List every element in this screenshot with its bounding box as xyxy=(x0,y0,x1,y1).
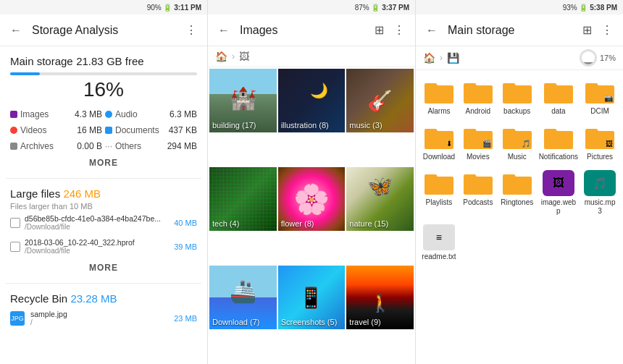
breadcrumb-bar: 🏠 › 🖼 xyxy=(208,46,415,67)
list-item[interactable]: Ringtones xyxy=(498,167,536,219)
list-item[interactable]: Podcasts xyxy=(459,167,497,219)
music-file-icon: 🎵 xyxy=(584,170,616,196)
list-item[interactable]: nature (15) xyxy=(346,167,414,231)
toolbar-3: ← Main storage ⊞ ⋮ xyxy=(416,14,623,46)
battery-2: 87% xyxy=(355,4,369,12)
breadcrumb-separator: › xyxy=(232,51,235,62)
list-item: Images 4.3 MB xyxy=(10,107,102,122)
storage-analysis-panel: 90% 🔋 3:11 PM ← Storage Analysis ⋮ Main … xyxy=(0,0,208,364)
videos-dot xyxy=(10,127,17,134)
list-item[interactable]: 📷 DCIM xyxy=(581,76,619,119)
more-options-icon-3[interactable]: ⋮ xyxy=(597,20,617,41)
toolbar-2: ← Images ⊞ ⋮ xyxy=(208,14,415,46)
home-nav-icon[interactable]: 🏠 xyxy=(423,52,435,64)
large-files-section: Large files 246 MB Files larger than 10 … xyxy=(0,179,207,283)
more-options-icon-1[interactable]: ⋮ xyxy=(181,20,201,41)
archives-dot xyxy=(10,143,17,150)
file-path-2: /Download/file xyxy=(25,247,170,255)
back-button-3[interactable]: ← xyxy=(422,20,442,41)
folder-icon xyxy=(423,79,455,105)
music-label: music (3) xyxy=(349,121,382,130)
more-options-icon-2[interactable]: ⋮ xyxy=(389,20,409,41)
folder-icon xyxy=(423,170,455,196)
home-icon[interactable]: 🏠 xyxy=(215,51,227,62)
list-item: d56be85b-cfdc-41e0-a384-e4ba247be... /Do… xyxy=(10,211,197,234)
back-button-2[interactable]: ← xyxy=(214,20,234,41)
list-item[interactable]: music (3) xyxy=(346,69,414,132)
usage-text: 17% xyxy=(600,54,616,62)
list-item[interactable]: Notifications xyxy=(538,122,580,164)
flower-label: flower (8) xyxy=(281,219,314,228)
list-item[interactable]: Android xyxy=(459,76,497,119)
list-item[interactable]: ⬇ Download xyxy=(420,122,458,164)
grid-view-icon-3[interactable]: ⊞ xyxy=(577,20,597,41)
large-files-header: Large files 246 MB xyxy=(10,187,197,200)
list-item[interactable]: Screenshots (5) xyxy=(278,266,346,329)
audio-label: Audio xyxy=(115,109,167,119)
list-item[interactable]: data xyxy=(538,76,580,119)
back-button-1[interactable]: ← xyxy=(6,20,26,41)
list-item[interactable]: 🎵 music.mp 3 xyxy=(581,167,619,219)
storage-nav-icon[interactable]: 💾 xyxy=(447,52,459,64)
list-item[interactable]: flower (8) xyxy=(278,167,346,231)
archives-label: Archives xyxy=(20,141,74,151)
download-label: Download (7) xyxy=(212,318,259,326)
list-item[interactable]: ≡ readme.txt xyxy=(420,221,458,264)
file-checkbox-2[interactable] xyxy=(10,242,20,252)
docs-value: 437 KB xyxy=(169,125,197,135)
storage-usage-indicator: 17% xyxy=(580,49,616,67)
screenshots-label: Screenshots (5) xyxy=(281,318,338,326)
images-folder-icon[interactable]: 🖼 xyxy=(239,51,249,62)
others-value: 294 MB xyxy=(167,141,197,151)
list-item[interactable]: Playlists xyxy=(420,167,458,219)
status-bar-3: 93% 🔋 5:38 PM xyxy=(416,0,623,14)
file-checkbox-1[interactable] xyxy=(10,218,20,228)
usage-bar-bg xyxy=(10,72,197,75)
recycle-file-name: sample.jpg xyxy=(30,310,168,318)
list-item[interactable]: 🎵 Music xyxy=(498,122,536,164)
list-item[interactable]: tech (4) xyxy=(209,167,277,231)
battery-3: 93% xyxy=(563,4,577,12)
status-bar-1: 90% 🔋 3:11 PM xyxy=(0,0,207,14)
folder-label: Music xyxy=(508,153,527,161)
image-file-icon: 🖼 xyxy=(543,170,574,196)
list-item[interactable]: 🖼 image.web p xyxy=(538,167,580,219)
recycle-bin-header: Recycle Bin 23.28 MB xyxy=(10,292,197,305)
main-storage-section: Main storage 21.83 GB free 16% Images 4.… xyxy=(0,46,207,178)
folder-icon xyxy=(543,79,574,105)
file-info-2: 2018-03-06_10-22-40_322.hprof /Download/… xyxy=(25,238,170,255)
large-files-subtitle: Files larger than 10 MB xyxy=(10,202,197,211)
folder-icon xyxy=(543,124,574,151)
list-item[interactable]: Alarms xyxy=(420,76,458,119)
list-item[interactable]: Download (7) xyxy=(209,266,277,329)
time-3: 5:38 PM xyxy=(590,4,617,12)
list-item[interactable]: illustration (8) xyxy=(278,69,346,132)
list-item[interactable]: 🎬 Movies xyxy=(459,122,497,164)
list-item[interactable]: 🖼 Pictures xyxy=(581,122,619,164)
folder-grid: Alarms Android backups data � xyxy=(416,70,623,364)
list-item[interactable]: backups xyxy=(498,76,536,119)
usage-fill xyxy=(582,62,595,64)
list-item[interactable]: building (17) xyxy=(209,69,277,132)
time-1: 3:11 PM xyxy=(174,4,201,12)
time-2: 3:37 PM xyxy=(382,4,409,12)
list-item[interactable]: travel (9) xyxy=(346,266,414,329)
folder-label: DCIM xyxy=(590,107,609,116)
folder-label: backups xyxy=(503,107,530,116)
folder-label: Alarms xyxy=(427,107,450,116)
main-storage-free: 21.83 GB free xyxy=(76,55,143,67)
travel-label: travel (9) xyxy=(349,318,380,326)
file-info-1: d56be85b-cfdc-41e0-a384-e4ba247be... /Do… xyxy=(25,214,170,231)
folder-label: Movies xyxy=(467,153,490,161)
audio-dot xyxy=(105,111,112,118)
list-item: Archives 0.00 B xyxy=(10,139,102,153)
nature-label: nature (15) xyxy=(349,219,388,228)
more-button-large-files[interactable]: MORE xyxy=(10,258,197,277)
images-panel: 87% 🔋 3:37 PM ← Images ⊞ ⋮ 🏠 › 🖼 buildin… xyxy=(208,0,416,364)
recycle-bin-section: Recycle Bin 23.28 MB JPG sample.jpg / 23… xyxy=(0,284,207,337)
file-size-2: 39 MB xyxy=(174,242,197,251)
more-button-storage[interactable]: MORE xyxy=(10,153,197,172)
storage-items-grid: Images 4.3 MB Audio 6.3 MB Videos 16 MB … xyxy=(10,107,197,153)
folder-label: Android xyxy=(466,107,490,116)
grid-view-icon[interactable]: ⊞ xyxy=(369,20,389,41)
